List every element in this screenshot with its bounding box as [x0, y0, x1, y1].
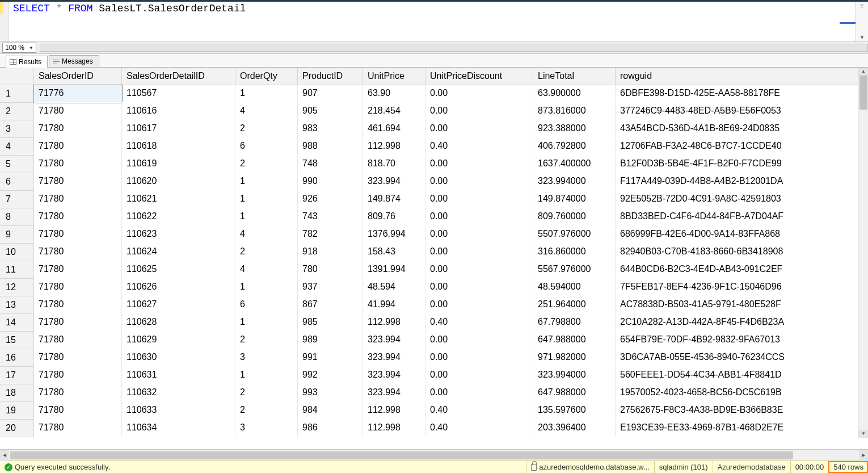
grid-cell[interactable]: 809.76 [363, 208, 425, 226]
grid-cell[interactable]: 71780 [34, 156, 122, 173]
grid-cell[interactable]: 0.00 [425, 208, 533, 226]
row-number[interactable]: 3 [0, 120, 34, 138]
grid-cell[interactable]: 985 [298, 314, 363, 332]
grid-cell[interactable]: 323.994 [363, 332, 425, 349]
grid-cell[interactable]: F117A449-039D-44B8-A4B2-B12001DA [616, 173, 868, 191]
grid-cell[interactable]: 0.00 [425, 191, 533, 208]
grid-cell[interactable]: 0.00 [425, 296, 533, 314]
column-header[interactable]: SalesOrderDetailID [122, 68, 235, 85]
scroll-right-icon[interactable]: ▶ [859, 450, 868, 461]
grid-cell[interactable]: 71780 [34, 296, 122, 314]
grid-cell[interactable]: 5507.976000 [533, 226, 616, 244]
grid-cell[interactable]: 0.00 [425, 332, 533, 349]
grid-cell[interactable]: 406.792800 [533, 138, 616, 156]
row-number[interactable]: 6 [0, 173, 34, 191]
row-number[interactable]: 20 [0, 420, 34, 437]
scroll-thumb[interactable] [859, 76, 867, 110]
grid-corner[interactable] [0, 68, 34, 85]
row-number[interactable]: 17 [0, 367, 34, 384]
grid-cell[interactable]: 907 [298, 85, 363, 103]
grid-cell[interactable]: 63.900000 [533, 85, 616, 103]
grid-cell[interactable]: 983 [298, 120, 363, 138]
column-header[interactable]: OrderQty [235, 68, 298, 85]
column-header[interactable]: UnitPrice [363, 68, 425, 85]
row-number[interactable]: 15 [0, 332, 34, 349]
grid-cell[interactable]: 1 [235, 173, 298, 191]
grid-cell[interactable]: 218.454 [363, 103, 425, 120]
grid-cell[interactable]: 110619 [122, 156, 235, 173]
grid-cell[interactable]: 41.994 [363, 296, 425, 314]
grid-cell[interactable]: 71780 [34, 120, 122, 138]
grid-cell[interactable]: 993 [298, 384, 363, 402]
row-number[interactable]: 4 [0, 138, 34, 156]
row-number[interactable]: 5 [0, 156, 34, 173]
grid-cell[interactable]: 867 [298, 296, 363, 314]
grid-cell[interactable]: 110620 [122, 173, 235, 191]
grid-cell[interactable]: 6 [235, 296, 298, 314]
grid-cell[interactable]: 971.982000 [533, 349, 616, 367]
grid-cell[interactable]: 323.994 [363, 367, 425, 384]
grid-cell[interactable]: 644B0CD6-B2C3-4E4D-AB43-091C2EF [616, 261, 868, 279]
column-header[interactable]: UnitPriceDiscount [425, 68, 533, 85]
sql-code[interactable]: SELECT * FROM SalesLT.SalesOrderDetail [9, 2, 856, 41]
grid-cell[interactable]: 71780 [34, 226, 122, 244]
grid-cell[interactable]: 1 [235, 367, 298, 384]
grid-cell[interactable]: 323.994 [363, 349, 425, 367]
row-number[interactable]: 16 [0, 349, 34, 367]
grid-cell[interactable]: 92E5052B-72D0-4C91-9A8C-42591803 [616, 191, 868, 208]
grid-cell[interactable]: 71780 [34, 384, 122, 402]
row-number[interactable]: 7 [0, 191, 34, 208]
grid-cell[interactable]: 0.00 [425, 120, 533, 138]
grid-cell[interactable]: 1 [235, 279, 298, 296]
grid-cell[interactable]: 12706FAB-F3A2-48C6-B7C7-1CCDE40 [616, 138, 868, 156]
results-grid[interactable]: SalesOrderIDSalesOrderDetailIDOrderQtyPr… [0, 68, 868, 437]
horizontal-scroll-editor[interactable] [40, 44, 868, 52]
grid-cell[interactable]: 686999FB-42E6-4D00-9A14-83FFA868 [616, 226, 868, 244]
grid-cell[interactable]: 63.90 [363, 85, 425, 103]
grid-cell[interactable]: 989 [298, 332, 363, 349]
row-number[interactable]: 12 [0, 279, 34, 296]
split-icon[interactable]: ≡ [859, 2, 865, 10]
grid-cell[interactable]: 4 [235, 226, 298, 244]
grid-cell[interactable]: 560FEEE1-DD54-4C34-ABB1-4F8841D [616, 367, 868, 384]
grid-cell[interactable]: 323.994 [363, 173, 425, 191]
grid-cell[interactable]: 0.00 [425, 85, 533, 103]
grid-cell[interactable]: 82940B03-C70B-4183-8660-6B3418908 [616, 244, 868, 261]
grid-cell[interactable]: 71780 [34, 138, 122, 156]
grid-cell[interactable]: 2 [235, 402, 298, 420]
grid-cell[interactable]: 110621 [122, 191, 235, 208]
grid-cell[interactable]: 2 [235, 244, 298, 261]
grid-cell[interactable]: 316.860000 [533, 244, 616, 261]
grid-cell[interactable]: 110617 [122, 120, 235, 138]
scroll-down-icon[interactable]: ▾ [859, 33, 865, 41]
grid-cell[interactable]: 0.00 [425, 156, 533, 173]
grid-cell[interactable]: 110632 [122, 384, 235, 402]
grid-cell[interactable]: 71780 [34, 261, 122, 279]
grid-cell[interactable]: 4 [235, 103, 298, 120]
grid-cell[interactable]: 647.988000 [533, 384, 616, 402]
grid-cell[interactable]: 1 [235, 314, 298, 332]
grid-cell[interactable]: 110630 [122, 349, 235, 367]
column-header[interactable]: rowguid [616, 68, 868, 85]
grid-cell[interactable]: 110616 [122, 103, 235, 120]
column-header[interactable]: ProductID [298, 68, 363, 85]
grid-cell[interactable]: 988 [298, 138, 363, 156]
row-number[interactable]: 18 [0, 384, 34, 402]
grid-cell[interactable]: 323.994 [363, 384, 425, 402]
grid-cell[interactable]: 71780 [34, 173, 122, 191]
grid-cell[interactable]: 3 [235, 420, 298, 437]
grid-cell[interactable]: 110634 [122, 420, 235, 437]
horizontal-scrollbar[interactable]: ◀ ▶ [0, 449, 868, 461]
grid-cell[interactable]: 2 [235, 156, 298, 173]
grid-cell[interactable]: 48.594000 [533, 279, 616, 296]
grid-cell[interactable]: 990 [298, 173, 363, 191]
grid-cell[interactable]: 27562675-F8C3-4A38-BD9E-B366B83E [616, 402, 868, 420]
row-number[interactable]: 19 [0, 402, 34, 420]
grid-cell[interactable]: 377246C9-4483-48ED-A5B9-E56F0053 [616, 103, 868, 120]
grid-cell[interactable]: 743 [298, 208, 363, 226]
scroll-up-icon[interactable]: ▲ [858, 68, 868, 76]
grid-cell[interactable]: 873.816000 [533, 103, 616, 120]
grid-cell[interactable]: 110626 [122, 279, 235, 296]
row-number[interactable]: 10 [0, 244, 34, 261]
row-number[interactable]: 8 [0, 208, 34, 226]
